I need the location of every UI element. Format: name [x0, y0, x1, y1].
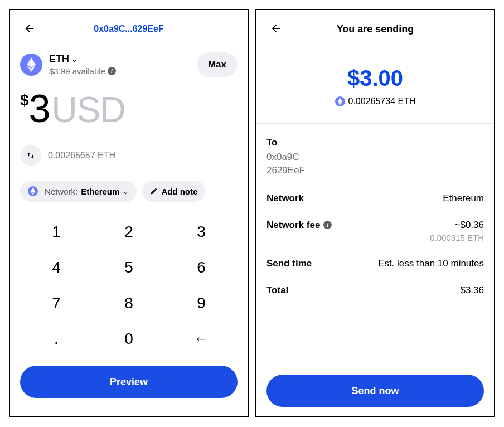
available-text: $3.99 available — [49, 66, 105, 76]
available-balance: $3.99 available i — [49, 66, 197, 76]
network-label: Network: — [45, 187, 77, 196]
header: 0x0a9C...629EeF — [20, 17, 238, 41]
swap-row: 0.00265657 ETH — [20, 145, 238, 166]
add-note-label: Add note — [161, 187, 197, 196]
total-row: Total $3.36 — [266, 285, 484, 296]
pill-row: Network: Ethereum ⌄ Add note — [20, 181, 238, 202]
pencil-icon — [150, 187, 158, 195]
chevron-down-icon: ⌄ — [123, 187, 129, 196]
amount-value: 3 — [29, 89, 50, 128]
key-8[interactable]: 8 — [93, 294, 165, 312]
divider — [256, 123, 494, 124]
send-time-row: Send time Est. less than 10 minutes — [266, 258, 484, 269]
currency-sign: $ — [20, 93, 29, 108]
key-dot[interactable]: . — [20, 330, 93, 348]
send-now-label: Send now — [352, 385, 399, 397]
recipient-address-link[interactable]: 0x0a9C...629EeF — [94, 24, 163, 34]
confirm-amount-crypto-row: 0.00265734 ETH — [335, 96, 416, 106]
back-arrow-icon — [270, 22, 282, 35]
max-label: Max — [208, 59, 226, 70]
secondary-amount: 0.00265657 ETH — [48, 151, 115, 161]
confirm-amount-block: $3.00 0.00265734 ETH — [266, 66, 484, 108]
total-value: $3.36 — [460, 285, 484, 296]
add-note-pill[interactable]: Add note — [142, 181, 205, 202]
preview-label: Preview — [110, 376, 148, 388]
eth-icon — [20, 54, 42, 76]
key-backspace[interactable]: ← — [165, 330, 238, 348]
to-address-line2: 2629EeF — [266, 164, 484, 177]
swap-currency-button[interactable] — [20, 145, 41, 166]
key-1[interactable]: 1 — [20, 223, 93, 241]
key-5[interactable]: 5 — [93, 259, 165, 276]
chevron-down-icon: ⌄ — [71, 55, 77, 64]
send-time-value: Est. less than 10 minutes — [378, 258, 484, 269]
back-button[interactable] — [266, 19, 285, 38]
send-amount-screen: 0x0a9C...629EeF ETH ⌄ $3.99 available i … — [9, 9, 249, 417]
back-arrow-icon — [23, 22, 36, 35]
network-label: Network — [266, 193, 304, 204]
to-label: To — [266, 137, 484, 148]
fee-row: Network fee i ~$0.36 0.000315 ETH — [266, 220, 484, 242]
amount-display: $ 3 USD — [20, 89, 238, 128]
confirm-amount-usd: $3.00 — [266, 66, 484, 91]
confirm-amount-crypto: 0.00265734 ETH — [348, 96, 416, 106]
eth-icon — [28, 186, 38, 196]
swap-icon — [26, 151, 35, 160]
network-value: Ethereum — [81, 187, 119, 196]
info-icon[interactable]: i — [323, 221, 332, 229]
header: You are sending — [266, 17, 484, 41]
fee-label: Network fee — [266, 220, 320, 231]
key-4[interactable]: 4 — [20, 259, 93, 276]
key-7[interactable]: 7 — [20, 294, 93, 312]
confirm-title: You are sending — [337, 23, 414, 35]
key-3[interactable]: 3 — [165, 223, 238, 241]
max-button[interactable]: Max — [197, 52, 238, 77]
fee-crypto: 0.000315 ETH — [430, 233, 484, 242]
key-9[interactable]: 9 — [165, 294, 238, 312]
amount-currency: USD — [52, 92, 125, 128]
to-address-line1: 0x0a9C — [266, 151, 484, 164]
send-now-button[interactable]: Send now — [266, 375, 484, 407]
confirm-send-screen: You are sending $3.00 0.00265734 ETH To … — [255, 9, 495, 417]
total-label: Total — [266, 285, 288, 296]
back-button[interactable] — [20, 19, 39, 38]
info-icon[interactable]: i — [108, 67, 116, 75]
send-time-label: Send time — [266, 258, 312, 269]
network-value: Ethereum — [443, 193, 484, 204]
asset-dropdown[interactable]: ETH ⌄ — [49, 54, 197, 65]
fee-usd: ~$0.36 — [430, 220, 484, 231]
to-section: To 0x0a9C 2629EeF — [266, 137, 484, 177]
asset-selector-row: ETH ⌄ $3.99 available i Max — [20, 52, 238, 77]
network-pill[interactable]: Network: Ethereum ⌄ — [20, 181, 137, 202]
network-row: Network Ethereum — [266, 193, 484, 204]
eth-icon — [335, 96, 345, 106]
key-6[interactable]: 6 — [165, 259, 238, 276]
numeric-keypad: 1 2 3 4 5 6 7 8 9 . 0 ← — [20, 214, 238, 357]
asset-symbol: ETH — [49, 54, 69, 65]
preview-button[interactable]: Preview — [20, 366, 238, 398]
key-0[interactable]: 0 — [93, 330, 165, 348]
key-2[interactable]: 2 — [93, 223, 165, 241]
